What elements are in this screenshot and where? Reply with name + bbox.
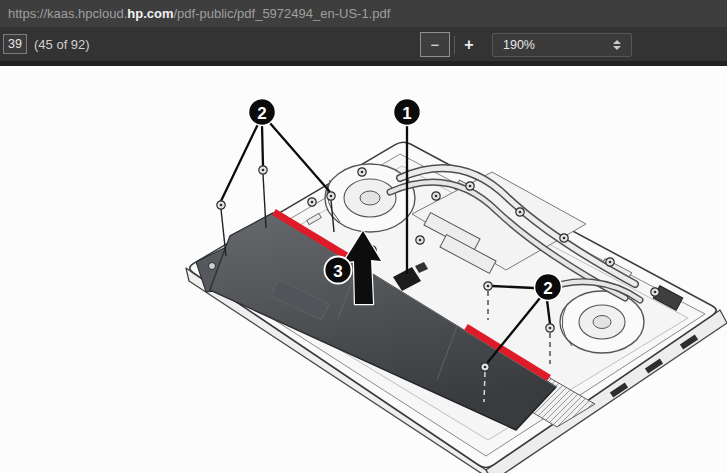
url-text-domain: hp.com bbox=[127, 6, 173, 21]
right-fan bbox=[560, 291, 644, 353]
zoom-controls: − + 190% bbox=[420, 32, 632, 57]
callout-3: 3 bbox=[325, 257, 352, 284]
svg-text:1: 1 bbox=[402, 104, 411, 123]
callout-2-right: 2 bbox=[535, 274, 562, 301]
select-spinner-icon bbox=[613, 40, 621, 50]
pdf-toolbar: (45 of 92) − + 190% bbox=[0, 27, 727, 61]
toolbar-separator bbox=[454, 36, 455, 54]
url-text-prefix: https://kaas.hpcloud. bbox=[8, 6, 127, 21]
url-bar[interactable]: https://kaas.hpcloud.hp.com/pdf-public/p… bbox=[0, 0, 727, 27]
callout-1: 1 bbox=[394, 99, 421, 126]
zoom-in-button[interactable]: + bbox=[457, 32, 481, 57]
url-text-path: /pdf-public/pdf_5972494_en-US-1.pdf bbox=[173, 6, 390, 21]
svg-text:2: 2 bbox=[257, 104, 266, 123]
zoom-level-value: 190% bbox=[503, 38, 535, 52]
svg-text:2: 2 bbox=[543, 279, 552, 298]
callout-2-left: 2 bbox=[249, 99, 276, 126]
zoom-out-button[interactable]: − bbox=[420, 32, 450, 57]
svg-text:3: 3 bbox=[333, 262, 342, 281]
page-number-input[interactable] bbox=[3, 34, 27, 54]
pdf-page: 2 1 3 2 bbox=[0, 66, 727, 473]
battery-removal-diagram: 2 1 3 2 bbox=[0, 66, 727, 473]
page-count-label: (45 of 92) bbox=[34, 37, 90, 52]
zoom-level-select[interactable]: 190% bbox=[492, 33, 632, 57]
